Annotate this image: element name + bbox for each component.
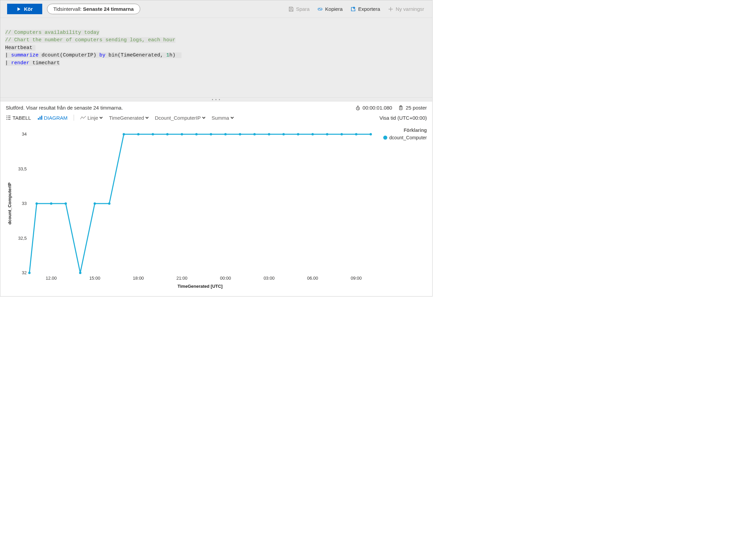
svg-point-40 xyxy=(297,133,299,136)
svg-point-43 xyxy=(341,133,343,136)
svg-point-31 xyxy=(166,133,169,136)
new-alert-label: Ny varningsr xyxy=(396,6,424,12)
record-count: 25 poster xyxy=(398,105,427,111)
chart-svg: 3232,53333,53412.0015:0018:0021:0000:000… xyxy=(6,127,374,290)
save-button[interactable]: Spara xyxy=(287,5,311,14)
export-button[interactable]: Exportera xyxy=(349,5,382,14)
svg-point-22 xyxy=(35,203,38,205)
svg-text:18:00: 18:00 xyxy=(133,276,144,281)
svg-point-39 xyxy=(283,133,285,136)
svg-point-29 xyxy=(137,133,140,136)
timezone-display[interactable]: Visa tid (UTC+00:00) xyxy=(380,115,427,121)
time-range-value: Senaste 24 timmarna xyxy=(83,6,133,12)
svg-text:03:00: 03:00 xyxy=(264,276,275,281)
svg-rect-5 xyxy=(41,116,42,120)
legend: Förklaring dcount_Computer xyxy=(376,127,427,291)
chart-type-dropdown[interactable]: Linje xyxy=(80,115,103,121)
svg-point-26 xyxy=(94,203,96,205)
svg-point-45 xyxy=(370,133,372,136)
line-chart-icon xyxy=(80,115,86,120)
svg-text:TimeGenerated [UTC]: TimeGenerated [UTC] xyxy=(177,284,222,289)
svg-point-32 xyxy=(181,133,183,136)
svg-text:32,5: 32,5 xyxy=(18,236,27,241)
pane-splitter[interactable]: • • • xyxy=(0,97,432,101)
view-controls: TABELL DIAGRAM Linje TimeGenerated Dcoun… xyxy=(0,113,432,124)
chevron-down-icon xyxy=(202,116,205,119)
svg-point-24 xyxy=(65,203,67,205)
tab-table[interactable]: TABELL xyxy=(6,115,31,121)
svg-text:12.00: 12.00 xyxy=(46,276,57,281)
link-icon xyxy=(317,6,323,12)
y-field-dropdown[interactable]: Dcount_ComputerIP xyxy=(155,115,205,121)
run-button[interactable]: Kör xyxy=(7,4,42,14)
svg-point-36 xyxy=(239,133,241,136)
tab-chart[interactable]: DIAGRAM xyxy=(37,115,68,121)
stopwatch-icon xyxy=(355,105,361,111)
run-button-label: Kör xyxy=(24,6,33,12)
svg-text:15:00: 15:00 xyxy=(89,276,100,281)
svg-text:33: 33 xyxy=(22,201,27,206)
clipboard-icon xyxy=(398,105,404,111)
svg-text:06.00: 06.00 xyxy=(307,276,318,281)
svg-rect-1 xyxy=(399,106,402,110)
svg-text:21:00: 21:00 xyxy=(176,276,188,281)
status-message: Slutförd. Visar resultat från de senaste… xyxy=(6,105,123,111)
chart-area: 3232,53333,53412.0015:0018:0021:0000:000… xyxy=(0,124,432,296)
query-duration: 00:00:01.080 xyxy=(355,105,392,111)
save-label: Spara xyxy=(296,6,310,12)
svg-point-41 xyxy=(312,133,314,136)
svg-text:09:00: 09:00 xyxy=(351,276,362,281)
svg-point-28 xyxy=(123,133,125,136)
query-editor[interactable]: // Computers availability today // Chart… xyxy=(0,18,432,97)
plus-icon xyxy=(388,6,394,12)
chart[interactable]: 3232,53333,53412.0015:0018:0021:0000:000… xyxy=(6,127,376,291)
svg-text:00:00: 00:00 xyxy=(220,276,231,281)
aggregation-dropdown[interactable]: Summa xyxy=(212,115,234,121)
legend-item[interactable]: dcount_Computer xyxy=(380,135,427,140)
save-icon xyxy=(288,6,294,12)
svg-point-34 xyxy=(210,133,212,136)
svg-point-37 xyxy=(253,133,256,136)
status-bar: Slutförd. Visar resultat från de senaste… xyxy=(0,101,432,113)
svg-rect-4 xyxy=(40,117,41,120)
legend-series-label: dcount_Computer xyxy=(389,135,427,140)
svg-rect-3 xyxy=(38,118,39,120)
copy-label: Kopiera xyxy=(325,6,343,12)
svg-point-33 xyxy=(195,133,198,136)
table-icon xyxy=(6,115,11,120)
svg-point-23 xyxy=(50,203,52,205)
svg-point-30 xyxy=(152,133,154,136)
svg-text:dcount_ComputerIP: dcount_ComputerIP xyxy=(7,183,12,225)
copy-button[interactable]: Kopiera xyxy=(316,5,344,14)
legend-dot xyxy=(383,136,387,140)
chart-icon xyxy=(37,115,43,120)
time-range-label: Tidsintervall: xyxy=(53,6,82,12)
export-label: Exportera xyxy=(358,6,380,12)
export-icon xyxy=(350,6,356,12)
chevron-down-icon xyxy=(99,116,103,119)
svg-point-38 xyxy=(268,133,270,136)
new-alert-button[interactable]: Ny varningsr xyxy=(386,5,425,14)
svg-point-21 xyxy=(28,272,31,274)
svg-point-35 xyxy=(224,133,227,136)
chevron-down-icon xyxy=(230,116,234,119)
svg-point-27 xyxy=(108,203,111,205)
svg-point-44 xyxy=(355,133,358,136)
svg-text:34: 34 xyxy=(22,132,27,137)
divider xyxy=(74,115,74,121)
play-icon xyxy=(17,7,21,11)
svg-text:33,5: 33,5 xyxy=(18,166,27,171)
svg-text:32: 32 xyxy=(22,270,27,275)
time-range-picker[interactable]: Tidsintervall: Senaste 24 timmarna xyxy=(47,4,140,14)
svg-point-25 xyxy=(79,272,81,274)
svg-point-42 xyxy=(326,133,328,136)
chevron-down-icon xyxy=(145,116,149,119)
legend-title: Förklaring xyxy=(380,127,427,133)
toolbar: Kör Tidsintervall: Senaste 24 timmarna S… xyxy=(0,0,432,18)
x-field-dropdown[interactable]: TimeGenerated xyxy=(109,115,149,121)
